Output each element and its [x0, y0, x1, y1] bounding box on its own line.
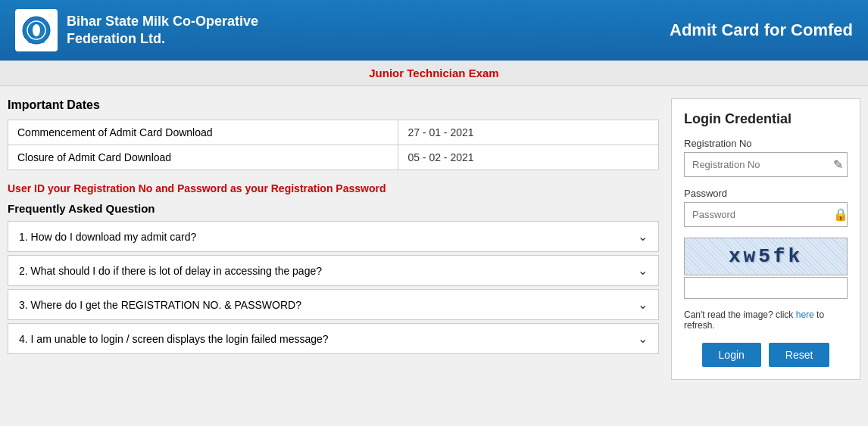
login-panel: Login Credential Registration No ✎ Passw…: [671, 98, 860, 380]
password-field-wrapper: 🔒: [684, 202, 848, 227]
faq-item-4[interactable]: 4. I am unable to login / screen display…: [8, 323, 659, 354]
faq-item-4-text: 4. I am unable to login / screen display…: [19, 333, 329, 345]
logo-image: COMFED: [15, 9, 58, 51]
table-row: Closure of Admit Card Download 05 - 02 -…: [8, 145, 659, 170]
date-value-2: 05 - 02 - 2021: [398, 145, 659, 170]
reg-no-label: Registration No: [684, 138, 848, 149]
left-panel: Important Dates Commencement of Admit Ca…: [8, 98, 671, 357]
password-label: Password: [684, 188, 848, 199]
password-input[interactable]: [685, 204, 827, 225]
important-dates-title: Important Dates: [8, 98, 659, 112]
svg-text:COMFED: COMFED: [28, 39, 45, 44]
login-button[interactable]: Login: [702, 343, 761, 367]
faq-title: Frequently Asked Question: [8, 202, 659, 215]
header: COMFED Bihar State Milk Co-Operative Fed…: [0, 0, 868, 61]
registration-no-input[interactable]: [685, 154, 827, 176]
faq-item-2-text: 2. What should I do if there is lot of d…: [19, 265, 322, 277]
captcha-image: xw5fk: [684, 238, 848, 275]
lock-icon: 🔒: [827, 203, 854, 226]
faq-item-1-text: 1. How do I download my admit card?: [19, 231, 196, 243]
faq-item-3-text: 3. Where do I get the REGISTRATION NO. &…: [19, 299, 301, 311]
exam-name: Junior Technician Exam: [369, 67, 498, 79]
org-name: Bihar State Milk Co-Operative Federation…: [67, 13, 279, 48]
date-label-2: Closure of Admit Card Download: [8, 145, 398, 170]
chevron-down-icon: ⌄: [638, 297, 648, 312]
notice-text: User ID your Registration No and Passwor…: [8, 182, 659, 194]
header-logo: COMFED Bihar State Milk Co-Operative Fed…: [15, 9, 279, 51]
reset-button[interactable]: Reset: [769, 343, 830, 367]
chevron-down-icon: ⌄: [638, 331, 648, 346]
exam-name-banner: Junior Technician Exam: [0, 61, 868, 86]
faq-item-2[interactable]: 2. What should I do if there is lot of d…: [8, 255, 659, 286]
important-dates-table: Commencement of Admit Card Download 27 -…: [8, 120, 659, 170]
table-row: Commencement of Admit Card Download 27 -…: [8, 120, 659, 145]
edit-icon: ✎: [827, 153, 849, 176]
captcha-refresh-text: Can't read the image? click here to refr…: [684, 309, 848, 331]
button-row: Login Reset: [684, 343, 848, 367]
captcha-refresh-link[interactable]: here: [796, 309, 814, 320]
faq-item-1[interactable]: 1. How do I download my admit card? ⌄: [8, 221, 659, 252]
faq-item-3[interactable]: 3. Where do I get the REGISTRATION NO. &…: [8, 289, 659, 320]
date-label-1: Commencement of Admit Card Download: [8, 120, 398, 145]
captcha-text: xw5fk: [729, 245, 803, 268]
captcha-container: xw5fk: [684, 238, 848, 305]
reg-no-field-wrapper: ✎: [684, 152, 848, 177]
chevron-down-icon: ⌄: [638, 229, 648, 244]
captcha-input[interactable]: [684, 277, 848, 299]
date-value-1: 27 - 01 - 2021: [398, 120, 659, 145]
main-content: Important Dates Commencement of Admit Ca…: [0, 86, 868, 392]
svg-point-2: [33, 24, 40, 36]
chevron-down-icon: ⌄: [638, 263, 648, 278]
login-title: Login Credential: [684, 111, 848, 127]
admit-card-title: Admit Card for Comfed: [670, 20, 853, 40]
